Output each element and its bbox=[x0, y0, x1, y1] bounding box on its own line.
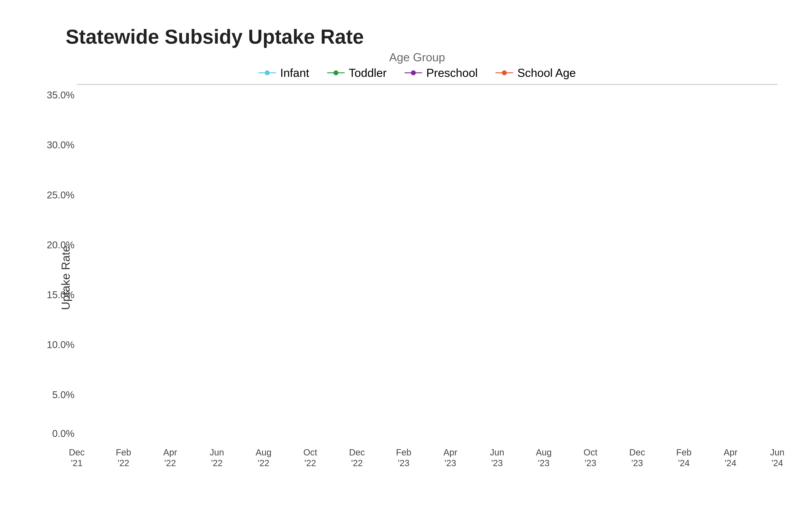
legend-line-toddler bbox=[327, 72, 345, 73]
chart-container: Statewide Subsidy Uptake Rate Age Group … bbox=[17, 12, 795, 502]
legend-dot-schoolage bbox=[502, 71, 507, 75]
legend-line-preschool bbox=[404, 72, 422, 73]
legend-label-schoolage: School Age bbox=[517, 66, 576, 80]
x-tick-aug23: Aug '23 bbox=[544, 447, 544, 468]
x-tick-dec23: Dec '23 bbox=[637, 447, 637, 468]
legend-dot-preschool bbox=[411, 71, 416, 75]
legend-label-toddler: Toddler bbox=[349, 66, 387, 80]
legend-line-infant bbox=[258, 72, 276, 73]
x-tick-aug22: Aug '22 bbox=[263, 447, 264, 468]
chart-legend: Infant Toddler Preschool School Age bbox=[57, 66, 778, 80]
legend-preschool: Preschool bbox=[404, 66, 477, 80]
x-tick-feb22: Feb '22 bbox=[123, 447, 123, 468]
y-tick-5: 5.0% bbox=[46, 389, 75, 400]
y-tick-35: 35.0% bbox=[46, 89, 75, 101]
chart-title: Statewide Subsidy Uptake Rate bbox=[66, 25, 778, 48]
y-tick-30: 30.0% bbox=[46, 139, 75, 151]
x-tick-apr24: Apr '24 bbox=[730, 447, 731, 468]
x-tick-feb24: Feb '24 bbox=[684, 447, 684, 468]
legend-dot-toddler bbox=[334, 71, 338, 75]
x-tick-jun24: Jun '24 bbox=[777, 447, 777, 468]
legend-toddler: Toddler bbox=[327, 66, 387, 80]
legend-label-preschool: Preschool bbox=[426, 66, 477, 80]
x-tick-dec22: Dec '22 bbox=[357, 447, 357, 468]
x-tick-apr22: Apr '22 bbox=[170, 447, 170, 468]
legend-dot-infant bbox=[265, 71, 270, 75]
legend-schoolage: School Age bbox=[495, 66, 576, 80]
y-tick-20: 20.0% bbox=[46, 239, 75, 250]
y-tick-25: 25.0% bbox=[46, 190, 75, 201]
plot-area: .grid-line { stroke: #fff; stroke-width:… bbox=[77, 84, 778, 85]
y-tick-0: 0.0% bbox=[46, 428, 75, 439]
legend-infant: Infant bbox=[258, 66, 309, 80]
y-tick-10: 10.0% bbox=[46, 339, 75, 350]
chart-body: Uptake Rate 35.0% 30.0% 25.0% 20.0% 15.0… bbox=[57, 84, 778, 471]
legend-line-schoolage bbox=[495, 72, 513, 73]
legend-label-infant: Infant bbox=[280, 66, 309, 80]
y-axis-ticks: 35.0% 30.0% 25.0% 20.0% 15.0% 10.0% 5.0%… bbox=[46, 84, 75, 445]
chart-subtitle: Age Group bbox=[57, 51, 778, 64]
y-tick-15: 15.0% bbox=[46, 289, 75, 300]
x-tick-apr23: Apr '23 bbox=[450, 447, 451, 468]
x-tick-oct23: Oct '23 bbox=[590, 447, 591, 468]
